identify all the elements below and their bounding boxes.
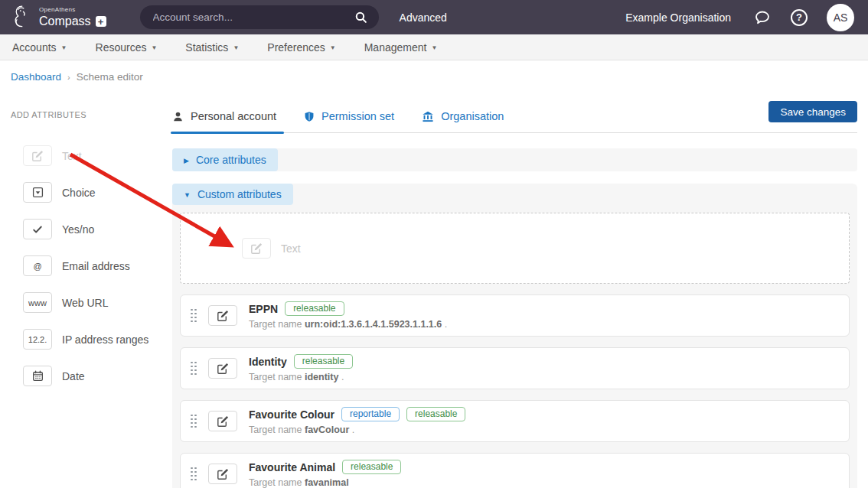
tab-personal-account[interactable]: Personal account xyxy=(172,110,276,132)
edit-icon xyxy=(250,242,263,255)
choice-icon xyxy=(32,187,44,198)
caret-down-icon: ▼ xyxy=(233,43,239,51)
attribute-dropzone[interactable]: Text xyxy=(180,213,850,284)
attribute-title: Favourite Colour xyxy=(249,408,334,421)
edit-icon xyxy=(217,310,229,322)
sidebar-title: ADD ATTRIBUTES xyxy=(11,110,172,119)
account-search xyxy=(140,5,379,29)
core-attributes-row: ▶ Core attributes xyxy=(172,148,857,171)
chat-icon[interactable] xyxy=(753,8,772,27)
nav-item-management[interactable]: Management ▼ xyxy=(364,41,438,54)
custom-attributes-section: ▼ Custom attributes Text xyxy=(172,184,857,488)
edit-icon xyxy=(31,150,44,162)
dragged-attribute-ghost: Text xyxy=(242,238,301,259)
add-attributes-sidebar: ADD ATTRIBUTES Text Choice Yes/no @ Emai… xyxy=(0,90,172,402)
attribute-target-line: Target name favColour . xyxy=(249,425,465,435)
brand-small-label: OpenAthens xyxy=(39,7,106,13)
search-icon[interactable] xyxy=(354,11,367,24)
user-avatar[interactable]: AS xyxy=(827,4,854,31)
shield-icon xyxy=(304,111,315,122)
drag-handle-icon[interactable] xyxy=(191,415,197,428)
schema-editor-main: Personal account Permission set Organisa… xyxy=(172,90,868,488)
plus-badge-icon: + xyxy=(96,16,106,27)
attribute-card-favourite-colour[interactable]: Favourite Colour reportablereleasable Ta… xyxy=(180,400,850,442)
brand-name-label: Compass xyxy=(39,15,91,28)
drag-handle-icon[interactable] xyxy=(191,309,197,323)
check-icon xyxy=(31,224,44,235)
drag-handle-icon[interactable] xyxy=(191,362,197,376)
badge-releasable: releasable xyxy=(342,460,401,474)
custom-attributes-toggle[interactable]: ▼ Custom attributes xyxy=(172,184,293,205)
breadcrumb-dashboard-link[interactable]: Dashboard xyxy=(11,71,61,83)
type-box-text: 12.2. xyxy=(28,335,47,344)
tab-permission-set[interactable]: Permission set xyxy=(304,110,394,132)
openathens-owl-icon xyxy=(9,3,34,31)
nav-item-preferences[interactable]: Preferences ▼ xyxy=(267,41,335,54)
tab-organisation[interactable]: Organisation xyxy=(422,110,504,132)
advanced-search-link[interactable]: Advanced xyxy=(400,11,447,24)
attribute-type-choice[interactable]: Choice xyxy=(23,182,172,203)
nav-item-statistics[interactable]: Statistics ▼ xyxy=(185,41,239,54)
badge-releasable: releasable xyxy=(294,354,353,369)
bank-icon xyxy=(422,111,434,122)
attribute-target-line: Target name favanimal xyxy=(249,477,401,488)
badge-releasable: releasable xyxy=(406,407,465,421)
drag-handle-icon[interactable] xyxy=(191,467,197,481)
main-nav: Accounts ▼ Resources ▼ Statistics ▼ Pref… xyxy=(0,34,868,60)
edit-icon xyxy=(217,415,229,428)
attribute-type-email-address[interactable]: @ Email address xyxy=(23,255,172,276)
attribute-type-ip-address-ranges[interactable]: 12.2. IP address ranges xyxy=(23,329,172,350)
schema-editor-page: { "header": { "brand": { "small": "OpenA… xyxy=(0,0,868,488)
attribute-type-web-url[interactable]: www Web URL xyxy=(23,292,172,313)
app-header: OpenAthens Compass + Advanced Example Or… xyxy=(0,0,868,34)
calendar-icon xyxy=(32,370,44,382)
caret-down-icon: ▼ xyxy=(330,43,336,51)
brand-logo[interactable]: OpenAthens Compass + xyxy=(9,3,106,31)
attribute-title: Identity xyxy=(249,356,287,368)
attribute-title: EPPN xyxy=(249,303,278,315)
attribute-card-eppn[interactable]: EPPN releasable Target name urn:oid:1.3.… xyxy=(180,294,850,337)
caret-down-icon: ▼ xyxy=(151,43,157,51)
attribute-card-favourite-animal[interactable]: Favourite Animal releasable Target name … xyxy=(180,453,850,488)
attribute-type-yes-no[interactable]: Yes/no xyxy=(23,219,172,239)
breadcrumb-current: Schema editor xyxy=(77,71,143,83)
attribute-target-line: Target name identity . xyxy=(249,372,353,382)
expanded-icon: ▼ xyxy=(184,190,191,199)
breadcrumb: Dashboard › Schema editor xyxy=(0,60,868,90)
organisation-name: Example Organisation xyxy=(625,11,731,24)
save-changes-button[interactable]: Save changes xyxy=(768,101,857,122)
attribute-type-text[interactable]: Text xyxy=(23,145,172,166)
badge-releasable: releasable xyxy=(285,301,344,316)
edit-icon xyxy=(217,468,229,480)
attribute-card-identity[interactable]: Identity releasable Target name identity… xyxy=(180,347,850,389)
schema-tabbar: Personal account Permission set Organisa… xyxy=(172,99,857,133)
edit-icon xyxy=(217,363,229,375)
nav-item-resources[interactable]: Resources ▼ xyxy=(96,41,158,54)
person-icon xyxy=(172,111,184,122)
core-attributes-toggle[interactable]: ▶ Core attributes xyxy=(172,148,278,171)
attribute-type-date[interactable]: Date xyxy=(23,366,172,386)
collapsed-icon: ▶ xyxy=(184,156,189,164)
caret-down-icon: ▼ xyxy=(431,43,437,51)
type-box-text: www xyxy=(28,298,47,307)
attribute-target-line: Target name urn:oid:1.3.6.1.4.1.5923.1.1… xyxy=(249,319,447,330)
help-icon[interactable]: ? xyxy=(791,9,808,26)
breadcrumb-separator-icon: › xyxy=(67,73,70,82)
nav-item-accounts[interactable]: Accounts ▼ xyxy=(12,41,67,54)
badge-reportable: reportable xyxy=(341,407,400,421)
attribute-title: Favourite Animal xyxy=(249,461,335,473)
account-search-input[interactable] xyxy=(140,5,379,29)
caret-down-icon: ▼ xyxy=(61,43,67,51)
type-box-text: @ xyxy=(33,262,41,271)
